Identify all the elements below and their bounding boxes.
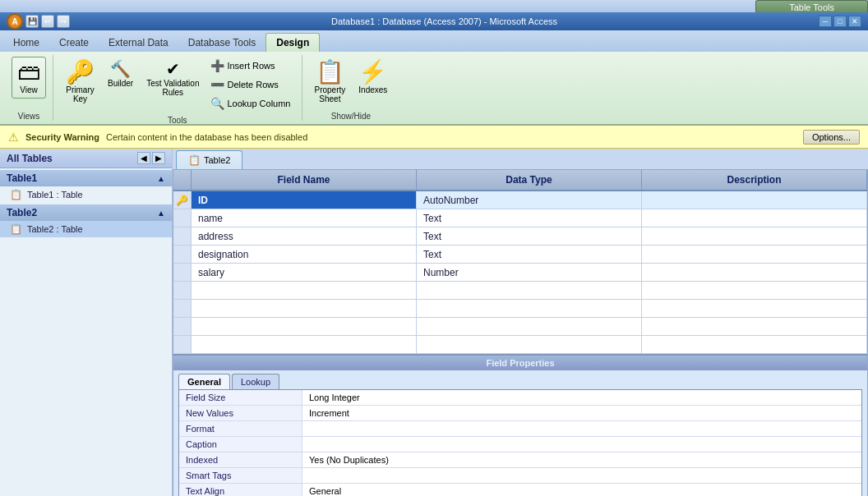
tab-general[interactable]: General	[178, 374, 230, 389]
table-row[interactable]: address Text	[173, 227, 867, 246]
table-row[interactable]: salary Number	[173, 264, 867, 282]
fp-value-2[interactable]	[302, 421, 861, 437]
property-sheet-button[interactable]: 📋 PropertySheet	[309, 57, 352, 108]
cell-desc-0	[642, 191, 867, 209]
header-data-type: Data Type	[417, 170, 642, 190]
fp-value-5[interactable]	[302, 468, 861, 484]
cell-desc-3	[642, 246, 867, 263]
tab-lookup[interactable]: Lookup	[232, 374, 279, 389]
table2-tab-icon: 📋	[188, 154, 201, 166]
key-icon: 🔑	[176, 195, 188, 206]
tab-home[interactable]: Home	[3, 34, 49, 52]
lookup-column-button[interactable]: 🔍 Lookup Column	[206, 94, 294, 113]
fp-label-4: Indexed	[179, 452, 302, 468]
cell-field-3[interactable]: designation	[192, 246, 417, 263]
nav-section-table1: Table1 ▲ 📋 Table1 : Table	[0, 170, 172, 203]
nav-arrow-left[interactable]: ◀	[137, 152, 150, 164]
ribbon-group-show-hide: 📋 PropertySheet ⚡ Indexes Show/Hide	[302, 55, 400, 121]
table-row[interactable]	[173, 336, 867, 354]
undo-qa-btn[interactable]: ↩	[41, 15, 54, 28]
nav-header: All Tables ◀ ▶	[0, 149, 172, 168]
cell-desc-4	[642, 264, 867, 281]
table-row[interactable]: name Text	[173, 209, 867, 227]
security-icon: ⚠	[8, 131, 19, 144]
fp-value-0[interactable]: Long Integer	[302, 390, 861, 406]
header-indicator	[173, 170, 192, 190]
cell-field-2[interactable]: address	[192, 227, 417, 245]
delete-rows-button[interactable]: ➖ Delete Rows	[206, 76, 294, 94]
navigation-panel: All Tables ◀ ▶ Table1 ▲ 📋 Table1 : Table	[0, 149, 173, 496]
ribbon-group-views: 🗃 View Views	[5, 55, 53, 121]
fp-value-1[interactable]: Increment	[302, 406, 861, 421]
delete-rows-icon: ➖	[210, 78, 224, 91]
table-container: Field Name Data Type Description 🔑 ID Au…	[173, 169, 868, 496]
table-tabs: 📋 Table2	[173, 149, 868, 169]
view-button[interactable]: 🗃 View	[12, 57, 46, 99]
nav-toggle-table2: ▲	[157, 209, 165, 218]
fp-label-3: Caption	[179, 437, 302, 452]
nav-toggle-table1: ▲	[157, 174, 165, 183]
office-button[interactable]: A	[7, 13, 23, 30]
table2-icon: 📋	[10, 223, 22, 235]
fp-value-3[interactable]	[302, 437, 861, 452]
test-validation-button[interactable]: ✔ Test ValidationRules	[141, 57, 205, 101]
row-operations: ➕ Insert Rows ➖ Delete Rows 🔍 Lookup Col…	[206, 57, 294, 113]
table-header: Field Name Data Type Description	[173, 170, 867, 191]
table2-tab[interactable]: 📋 Table2	[176, 150, 242, 169]
fp-value-6[interactable]: General	[302, 484, 861, 496]
tab-external-data[interactable]: External Data	[99, 34, 178, 52]
table-row[interactable]	[173, 300, 867, 318]
cell-desc-1	[642, 209, 867, 227]
minimize-btn[interactable]: ─	[819, 16, 832, 27]
cell-type-0: AutoNumber	[417, 191, 642, 209]
nav-item-table2[interactable]: 📋 Table2 : Table	[0, 221, 172, 237]
lookup-column-icon: 🔍	[210, 97, 224, 110]
fp-label-5: Smart Tags	[179, 468, 302, 484]
redo-qa-btn[interactable]: ↪	[57, 15, 70, 28]
nav-arrow-right[interactable]: ▶	[152, 152, 165, 164]
primary-key-button[interactable]: 🔑 PrimaryKey	[60, 57, 100, 108]
cell-type-2: Text	[417, 227, 642, 245]
content-area: 📋 Table2 Field Name Data Type Descriptio…	[173, 149, 868, 496]
ribbon: 🗃 View Views 🔑 PrimaryKey 🔨 Builder ✔	[0, 52, 868, 126]
insert-rows-button[interactable]: ➕ Insert Rows	[206, 57, 294, 75]
insert-rows-icon: ➕	[210, 59, 224, 72]
table1-icon: 📋	[10, 189, 22, 200]
save-qa-btn[interactable]: 💾	[25, 15, 39, 28]
table-row[interactable]: 🔑 ID AutoNumber	[173, 191, 867, 209]
tab-database-tools[interactable]: Database Tools	[178, 34, 266, 52]
maximize-btn[interactable]: □	[833, 16, 847, 27]
row-indicator-2	[173, 227, 192, 245]
tab-create[interactable]: Create	[49, 34, 99, 52]
indexes-button[interactable]: ⚡ Indexes	[353, 57, 393, 99]
cell-field-0[interactable]: ID	[192, 191, 417, 209]
table-body: 🔑 ID AutoNumber name Text	[173, 191, 867, 354]
security-text: Certain content in the database has been…	[106, 132, 307, 142]
nav-item-table1[interactable]: 📋 Table1 : Table	[0, 186, 172, 203]
security-title: Security Warning	[25, 132, 99, 142]
table-row[interactable]	[173, 282, 867, 300]
cell-field-1[interactable]: name	[192, 209, 417, 227]
cell-type-4: Number	[417, 264, 642, 281]
close-btn[interactable]: ✕	[848, 16, 861, 27]
tab-design[interactable]: Design	[265, 33, 320, 52]
ribbon-tabs: Home Create External Data Database Tools…	[0, 30, 868, 52]
table-row[interactable]	[173, 318, 867, 336]
field-props-title: Field Properties	[173, 356, 867, 370]
nav-section-header-table2[interactable]: Table2 ▲	[0, 204, 172, 221]
field-properties: Field Properties General Lookup Field Si…	[173, 354, 867, 496]
table-row[interactable]: designation Text	[173, 246, 867, 264]
fp-value-4[interactable]: Yes (No Duplicates)	[302, 452, 861, 468]
header-field-name: Field Name	[192, 170, 417, 190]
nav-section-header-table1[interactable]: Table1 ▲	[0, 170, 172, 186]
builder-button[interactable]: 🔨 Builder	[102, 57, 139, 92]
security-bar: ⚠ Security Warning Certain content in th…	[0, 126, 868, 149]
builder-icon: 🔨	[110, 61, 131, 77]
fp-label-2: Format	[179, 421, 302, 437]
options-button[interactable]: Options...	[803, 130, 860, 145]
cell-field-4[interactable]: salary	[192, 264, 417, 281]
field-props-tabs: General Lookup	[173, 370, 867, 389]
table-tools-label: Table Tools	[755, 0, 868, 12]
cell-type-3: Text	[417, 246, 642, 263]
window-title: Database1 : Database (Access 2007) - Mic…	[70, 16, 819, 26]
